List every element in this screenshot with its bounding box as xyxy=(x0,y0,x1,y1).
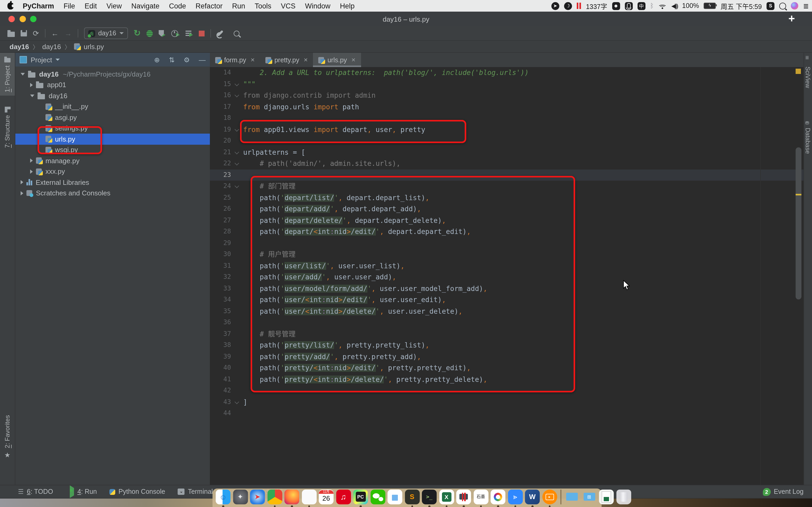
line-number[interactable]: 39 xyxy=(210,351,231,362)
moon-app-icon[interactable]: ☽ xyxy=(564,2,572,10)
tree-item-settings-py[interactable]: settings.py xyxy=(15,123,210,133)
toolwindow-4-run-button[interactable]: 4: Run xyxy=(66,488,97,495)
tree-item-external-libraries[interactable]: External Libraries xyxy=(15,177,210,188)
notification-center-icon[interactable]: ≣ xyxy=(803,2,809,10)
profiler-button[interactable] xyxy=(171,30,180,37)
panel-gear-icon[interactable]: ⚙ xyxy=(184,56,190,64)
code-line-21[interactable]: 21urlpatterns = [ xyxy=(210,147,804,158)
code-line-32[interactable]: 32 path('user/add/', user.user_add), xyxy=(210,272,804,283)
code-line-29[interactable]: 29 xyxy=(210,237,804,249)
code-line-14[interactable]: 14 2. Add a URL to urlpatterns: path('bl… xyxy=(210,67,804,78)
fold-marker-icon[interactable] xyxy=(231,124,243,135)
code-line-33[interactable]: 33 path('user/model/form/add/', user.use… xyxy=(210,283,804,294)
breadcrumb-file[interactable]: urls.py xyxy=(84,43,104,50)
tree-item-day16[interactable]: day16~/PycharmProjects/gx/day16 xyxy=(15,69,210,79)
code-line-31[interactable]: 31 path('user/list/', user.user_list), xyxy=(210,260,804,272)
open-folder-button[interactable] xyxy=(7,32,15,37)
wifi-icon[interactable] xyxy=(659,3,667,9)
menu-item-help[interactable]: Help xyxy=(335,2,359,10)
dock-finder-icon[interactable]: ☺ xyxy=(216,489,231,504)
close-icon[interactable]: ✕ xyxy=(303,57,308,63)
emoji-input-icon[interactable]: ☻ xyxy=(612,2,620,10)
tree-arrow-icon[interactable] xyxy=(30,95,34,97)
battery-icon[interactable]: ϟ xyxy=(704,3,716,9)
line-number[interactable]: 31 xyxy=(210,260,231,272)
toolwindow-6-todo-button[interactable]: ☰6: TODO xyxy=(18,488,53,495)
fold-marker-icon[interactable] xyxy=(231,147,243,158)
line-number[interactable]: 22 xyxy=(210,158,231,169)
tree-arrow-icon[interactable] xyxy=(20,73,25,75)
line-number[interactable]: 21 xyxy=(210,147,231,158)
line-number[interactable]: 37 xyxy=(210,328,231,340)
dock-parallels-desktop-icon[interactable] xyxy=(456,489,471,504)
line-number[interactable]: 16 xyxy=(210,90,231,101)
dock-dingtalk-icon[interactable]: ⪢ xyxy=(508,489,522,504)
code-line-20[interactable]: 20 xyxy=(210,135,804,147)
tree-arrow-icon[interactable] xyxy=(20,180,23,184)
menu-item-run[interactable]: Run xyxy=(227,2,250,10)
code-line-22[interactable]: 22 # path('admin/', admin.site.urls), xyxy=(210,158,804,169)
line-number[interactable]: 28 xyxy=(210,226,231,237)
chevron-down-icon[interactable] xyxy=(56,59,60,61)
line-number[interactable]: 25 xyxy=(210,192,231,203)
line-number[interactable]: 18 xyxy=(210,112,231,124)
dock-excel-file-icon[interactable] xyxy=(599,489,614,504)
zoom-window-button[interactable] xyxy=(30,16,37,22)
line-number[interactable]: 33 xyxy=(210,283,231,294)
dock-folder-windows-icon[interactable]: ⊞ xyxy=(582,489,597,504)
menu-item-vcs[interactable]: VCS xyxy=(276,2,300,10)
dock-wechat-icon[interactable] xyxy=(370,489,385,504)
code-line-28[interactable]: 28 path('depart/<int:nid>/edit/', depart… xyxy=(210,226,804,237)
run-button[interactable]: ↻ xyxy=(134,30,141,37)
stop-button[interactable] xyxy=(199,31,205,36)
dock-chrome-icon[interactable] xyxy=(267,489,282,504)
code-area[interactable]: 14 2. Add a URL to urlpatterns: path('bl… xyxy=(210,67,804,485)
menu-item-edit[interactable]: Edit xyxy=(80,2,102,10)
fold-marker-icon[interactable] xyxy=(231,158,243,169)
dock-sublime-text-icon[interactable]: S xyxy=(405,489,419,504)
line-number[interactable]: 17 xyxy=(210,101,231,112)
line-number[interactable]: 36 xyxy=(210,317,231,328)
dock-calendar-icon[interactable]: 11月26 xyxy=(319,489,334,504)
tree-item-scratches-and-consoles[interactable]: Scratches and Consoles xyxy=(15,188,210,199)
toolwindow-database-button[interactable]: Database xyxy=(805,128,811,154)
code-line-18[interactable]: 18 xyxy=(210,112,804,124)
dock-colorful-knot-app-icon[interactable] xyxy=(491,489,505,504)
code-line-27[interactable]: 27 path('depart/delete/', depart.depart_… xyxy=(210,215,804,226)
concurrency-run-button[interactable] xyxy=(186,30,193,37)
back-button[interactable]: ← xyxy=(51,30,58,37)
line-number[interactable]: 41 xyxy=(210,374,231,385)
tree-item-manage-py[interactable]: manage.py xyxy=(15,155,210,166)
tab-urls-py[interactable]: urls.py✕ xyxy=(313,53,361,67)
bluetooth-icon[interactable]: ᛒ xyxy=(650,2,654,9)
line-number[interactable]: 14 xyxy=(210,67,231,78)
apple-menu-icon[interactable] xyxy=(7,2,14,9)
tree-arrow-icon[interactable] xyxy=(20,191,23,195)
code-line-26[interactable]: 26 path('depart/add/', depart.depart_add… xyxy=(210,203,804,215)
code-line-36[interactable]: 36 xyxy=(210,317,804,328)
chinese-input-icon[interactable]: 中 xyxy=(637,2,645,10)
line-number[interactable]: 42 xyxy=(210,385,231,396)
dock-launchpad-icon[interactable]: ✦ xyxy=(233,489,248,504)
toolwindow-sciview-button[interactable]: SciView xyxy=(805,66,811,88)
line-number[interactable]: 19 xyxy=(210,124,231,135)
toolwindow-terminal-button[interactable]: ⌄Terminal xyxy=(178,488,213,495)
dictation-mic-icon[interactable] xyxy=(624,2,632,10)
tree-arrow-icon[interactable] xyxy=(30,83,33,87)
tree-item--init-py[interactable]: __init__.py xyxy=(15,101,210,112)
menu-item-view[interactable]: View xyxy=(102,2,126,10)
tab-form-py[interactable]: form.py✕ xyxy=(210,53,260,67)
menu-item-tools[interactable]: Tools xyxy=(250,2,276,10)
line-number[interactable]: 24 xyxy=(210,181,231,192)
toolwindow-project-button[interactable]: 1: Project xyxy=(0,53,15,95)
project-panel-title[interactable]: Project xyxy=(31,56,52,64)
pause-status-icon[interactable] xyxy=(577,3,581,9)
locate-file-icon[interactable]: ⊕ xyxy=(154,56,160,64)
code-line-40[interactable]: 40 path('pretty/<int:nid>/edit/', pretty… xyxy=(210,362,804,374)
dock-netease-music-icon[interactable]: ♫ xyxy=(336,489,351,504)
menu-item-window[interactable]: Window xyxy=(300,2,335,10)
dock-word-icon[interactable]: W xyxy=(525,489,540,504)
dock-typora-icon[interactable] xyxy=(302,489,316,504)
run-configuration-select[interactable]: dj day16 xyxy=(84,27,128,39)
dock-safari-icon[interactable]: ➤ xyxy=(250,489,265,504)
